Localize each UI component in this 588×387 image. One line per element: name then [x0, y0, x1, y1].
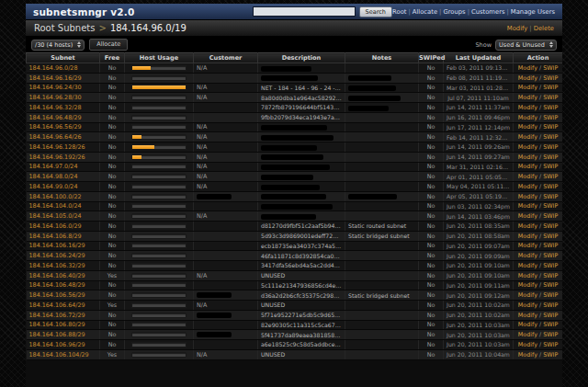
modify-link[interactable]: Modify — [518, 321, 537, 328]
modify-link[interactable]: Modify — [518, 173, 537, 180]
swip-link[interactable]: SWIP — [543, 321, 558, 328]
subnet-link[interactable]: 184.164.97.0/24 — [29, 163, 78, 170]
subnet-link[interactable]: 184.164.106.16/29 — [29, 242, 85, 249]
swip-link[interactable]: SWIP — [543, 212, 558, 220]
swip-link[interactable]: SWIP — [543, 154, 558, 161]
swip-link[interactable]: SWIP — [543, 74, 558, 82]
swip-link[interactable]: SWIP — [543, 173, 558, 180]
modify-link[interactable]: Modify — [518, 133, 537, 141]
modify-link[interactable]: Modify — [518, 114, 537, 121]
subnet-link[interactable]: 184.164.96.56/29 — [29, 123, 82, 131]
modify-link[interactable]: Modify — [518, 252, 537, 259]
subnet-link[interactable]: 184.164.96.48/29 — [29, 114, 82, 121]
swip-link[interactable]: SWIP — [543, 272, 558, 279]
modify-link[interactable]: Modify — [518, 143, 537, 151]
subnet-link[interactable]: 184.164.96.16/29 — [29, 74, 82, 82]
subnet-link[interactable]: 184.164.106.96/29 — [29, 341, 85, 348]
swip-link[interactable]: SWIP — [543, 302, 558, 309]
subnet-size-select[interactable]: /30 (4 hosts) — [31, 40, 85, 51]
modify-link[interactable]: Modify — [518, 312, 537, 319]
allocate-button[interactable]: Allocate — [89, 39, 128, 51]
modify-link[interactable]: Modify — [518, 341, 537, 348]
modify-link[interactable]: Modify — [518, 272, 537, 279]
subnet-link[interactable]: 184.164.106.104/29 — [29, 351, 89, 359]
modify-link[interactable]: Modify — [518, 281, 537, 289]
modify-link[interactable]: Modify — [518, 351, 537, 359]
delete-subnet-link[interactable]: Delete — [534, 25, 554, 32]
swip-link[interactable]: SWIP — [543, 193, 558, 200]
subnet-link[interactable]: 184.164.106.32/29 — [29, 262, 85, 269]
subnet-link[interactable]: 184.164.96.128/26 — [29, 143, 85, 151]
modify-link[interactable]: Modify — [518, 331, 537, 338]
subnet-link[interactable]: 184.164.96.24/30 — [29, 84, 82, 91]
modify-link[interactable]: Modify — [518, 233, 537, 240]
nav-root[interactable]: Root — [392, 8, 406, 16]
modify-link[interactable]: Modify — [518, 104, 537, 111]
modify-link[interactable]: Modify — [518, 74, 537, 82]
subnet-link[interactable]: 184.164.96.64/26 — [29, 133, 82, 141]
swip-link[interactable]: SWIP — [543, 262, 558, 269]
subnet-link[interactable]: 184.164.96.0/28 — [29, 64, 78, 72]
breadcrumb-root-link[interactable]: Root Subnets — [34, 23, 96, 33]
swip-link[interactable]: SWIP — [543, 222, 558, 230]
modify-link[interactable]: Modify — [518, 163, 537, 170]
swip-link[interactable]: SWIP — [543, 242, 558, 249]
swip-link[interactable]: SWIP — [543, 252, 558, 259]
modify-link[interactable]: Modify — [518, 242, 537, 249]
show-select[interactable]: Used & Unused — [495, 40, 557, 51]
nav-allocate[interactable]: Allocate — [413, 8, 437, 16]
swip-link[interactable]: SWIP — [543, 341, 558, 348]
modify-link[interactable]: Modify — [518, 262, 537, 269]
subnet-link[interactable]: 184.164.106.80/29 — [29, 321, 85, 328]
subnet-link[interactable]: 184.164.106.56/29 — [29, 291, 85, 299]
modify-link[interactable]: Modify — [518, 222, 537, 230]
search-input[interactable] — [253, 6, 356, 17]
swip-link[interactable]: SWIP — [543, 281, 558, 289]
nav-customers[interactable]: Customers — [471, 8, 505, 16]
modify-link[interactable]: Modify — [518, 302, 537, 309]
subnet-link[interactable]: 184.164.106.48/29 — [29, 281, 85, 289]
swip-link[interactable]: SWIP — [543, 163, 558, 170]
modify-link[interactable]: Modify — [518, 64, 537, 72]
modify-link[interactable]: Modify — [518, 94, 537, 101]
nav-groups[interactable]: Groups — [443, 8, 465, 16]
modify-link[interactable]: Modify — [518, 291, 537, 299]
swip-link[interactable]: SWIP — [543, 143, 558, 151]
subnet-link[interactable]: 184.164.104.0/24 — [29, 202, 82, 210]
modify-link[interactable]: Modify — [518, 183, 537, 190]
subnet-link[interactable]: 184.164.100.0/22 — [29, 193, 82, 200]
swip-link[interactable]: SWIP — [543, 84, 558, 91]
subnet-link[interactable]: 184.164.106.64/29 — [29, 302, 85, 309]
swip-link[interactable]: SWIP — [543, 291, 558, 299]
modify-link[interactable]: Modify — [518, 212, 537, 220]
modify-link[interactable]: Modify — [518, 202, 537, 210]
swip-link[interactable]: SWIP — [543, 312, 558, 319]
subnet-link[interactable]: 184.164.106.24/29 — [29, 252, 85, 259]
subnet-link[interactable]: 184.164.106.88/29 — [29, 331, 85, 338]
nav-manage-users[interactable]: Manage Users — [511, 8, 555, 16]
subnet-link[interactable]: 184.164.106.8/29 — [29, 233, 82, 240]
modify-link[interactable]: Modify — [518, 193, 537, 200]
subnet-link[interactable]: 184.164.98.0/24 — [29, 173, 78, 180]
swip-link[interactable]: SWIP — [543, 94, 558, 101]
swip-link[interactable]: SWIP — [543, 351, 558, 359]
swip-link[interactable]: SWIP — [543, 104, 558, 111]
swip-link[interactable]: SWIP — [543, 123, 558, 131]
subnet-link[interactable]: 184.164.96.28/30 — [29, 94, 82, 101]
modify-link[interactable]: Modify — [518, 154, 537, 161]
swip-link[interactable]: SWIP — [543, 183, 558, 190]
subnet-link[interactable]: 184.164.106.40/29 — [29, 272, 85, 279]
subnet-link[interactable]: 184.164.105.0/24 — [29, 212, 82, 220]
subnet-link[interactable]: 184.164.99.0/24 — [29, 183, 78, 190]
swip-link[interactable]: SWIP — [543, 202, 558, 210]
swip-link[interactable]: SWIP — [543, 64, 558, 72]
modify-subnet-link[interactable]: Modify — [507, 25, 528, 32]
swip-link[interactable]: SWIP — [543, 331, 558, 338]
swip-link[interactable]: SWIP — [543, 233, 558, 240]
swip-link[interactable]: SWIP — [543, 114, 558, 121]
modify-link[interactable]: Modify — [518, 84, 537, 91]
swip-link[interactable]: SWIP — [543, 133, 558, 141]
subnet-link[interactable]: 184.164.96.32/28 — [29, 104, 82, 111]
subnet-link[interactable]: 184.164.106.72/29 — [29, 312, 85, 319]
subnet-link[interactable]: 184.164.106.0/29 — [29, 222, 82, 230]
